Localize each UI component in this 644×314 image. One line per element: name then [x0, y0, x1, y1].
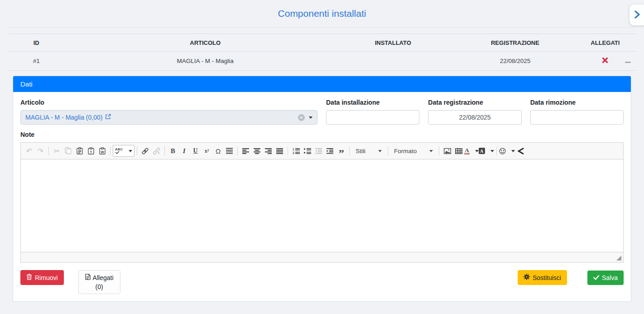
col-header-installato: INSTALLATO — [346, 34, 440, 52]
table-header-row: ID ARTICOLO INSTALLATO REGISTRAZIONE ALL… — [8, 34, 636, 52]
chevron-down-icon — [309, 116, 312, 119]
align-left-icon[interactable] — [240, 145, 251, 157]
row-registrazione: 22/08/2025 — [440, 52, 591, 71]
ordered-list-icon[interactable]: 12 — [290, 145, 302, 157]
components-table: ID ARTICOLO INSTALLATO REGISTRAZIONE ALL… — [8, 34, 636, 71]
chevron-down-icon — [490, 150, 494, 152]
data-registrazione-label: Data registrazione — [428, 99, 521, 106]
richtext-editor: ↶ ↷ ✂ T W — [20, 142, 624, 263]
editor-toolbar: ↶ ↷ ✂ T W — [21, 143, 623, 159]
italic-icon[interactable]: I — [178, 145, 190, 157]
smiley-icon[interactable] — [499, 145, 515, 157]
chevron-down-icon — [429, 150, 433, 152]
indent-icon[interactable] — [324, 145, 336, 157]
external-link-icon[interactable] — [105, 114, 111, 121]
unlink-icon[interactable] — [151, 145, 162, 157]
col-header-actions — [620, 34, 636, 52]
chevron-right-icon — [634, 10, 641, 20]
note-label: Note — [20, 131, 624, 138]
col-header-id: ID — [8, 34, 64, 52]
resize-handle[interactable] — [616, 256, 621, 261]
paste-word-icon[interactable]: W — [96, 145, 108, 157]
bold-icon[interactable]: B — [167, 145, 178, 157]
data-rimozione-input[interactable] — [530, 110, 624, 125]
link-icon[interactable] — [139, 145, 151, 157]
format-combo[interactable]: Formato — [390, 145, 437, 157]
clear-selection-icon[interactable]: ✕ — [298, 114, 305, 121]
share-icon[interactable] — [515, 145, 526, 157]
allegati-button[interactable]: Allegati (0) — [78, 270, 120, 294]
panel-header: Dati — [13, 76, 631, 92]
svg-text:1: 1 — [293, 148, 294, 151]
spellcheck-button[interactable]: ABC — [113, 145, 135, 157]
col-header-articolo: ARTICOLO — [64, 34, 346, 52]
data-installazione-label: Data installazione — [326, 99, 419, 106]
table-icon[interactable] — [453, 145, 464, 157]
outdent-icon[interactable] — [313, 145, 324, 157]
underline-icon[interactable]: U — [190, 145, 201, 157]
table-row[interactable]: #1 MAGLIA - M - Maglia 22/08/2025 — [8, 52, 636, 71]
line-spacing-icon[interactable] — [224, 145, 235, 157]
chevron-down-icon — [129, 150, 132, 152]
paste-icon[interactable] — [74, 145, 85, 157]
collapse-dash-icon[interactable] — [625, 62, 631, 63]
data-registrazione-input[interactable] — [428, 110, 521, 125]
allegati-count: (0) — [95, 283, 103, 290]
blockquote-icon[interactable]: ” — [336, 145, 347, 157]
image-icon[interactable] — [442, 145, 453, 157]
file-icon — [85, 274, 91, 281]
sidebar-toggle-button[interactable] — [630, 5, 644, 25]
undo-icon[interactable]: ↶ — [24, 145, 35, 157]
col-header-allegati: ALLEGATI — [590, 34, 620, 52]
row-articolo: MAGLIA - M - Maglia — [64, 52, 346, 71]
paste-text-icon[interactable]: T — [85, 145, 96, 157]
special-char-icon[interactable]: Ω — [212, 145, 224, 157]
check-icon — [593, 274, 599, 281]
page-title: Componenti installati — [278, 8, 366, 19]
dati-panel: Dati Articolo MAGLIA - M - Maglia (0,00)… — [13, 76, 631, 302]
align-center-icon[interactable] — [251, 145, 263, 157]
svg-text:W: W — [101, 150, 104, 154]
cut-icon[interactable]: ✂ — [51, 145, 62, 157]
svg-text:T: T — [90, 150, 92, 154]
text-color-icon[interactable]: A — [464, 145, 478, 157]
svg-text:2: 2 — [293, 151, 294, 155]
data-rimozione-label: Data rimozione — [530, 99, 624, 106]
articolo-select[interactable]: MAGLIA - M - Maglia (0,00) ✕ — [20, 110, 317, 125]
unordered-list-icon[interactable] — [302, 145, 313, 157]
superscript-icon[interactable]: x² — [201, 145, 212, 157]
styles-combo[interactable]: Stili — [352, 145, 385, 157]
header-divider — [8, 27, 636, 28]
page-header: Componenti installati — [0, 0, 644, 27]
bg-color-icon[interactable]: A — [479, 145, 494, 157]
trash-icon — [26, 274, 32, 281]
editor-statusbar — [21, 252, 623, 262]
sostituisci-button[interactable]: Sostituisci — [518, 270, 567, 285]
col-header-registrazione: REGISTRAZIONE — [440, 34, 591, 52]
data-installazione-input[interactable] — [326, 110, 419, 125]
gear-icon — [524, 274, 530, 281]
row-installato — [346, 52, 440, 71]
chevron-down-icon — [475, 150, 479, 152]
chevron-down-icon — [378, 150, 382, 152]
salva-button[interactable]: Salva — [587, 271, 624, 285]
allegati-missing-icon[interactable] — [602, 58, 608, 65]
articolo-value: MAGLIA - M - Maglia (0,00) — [25, 114, 102, 121]
align-right-icon[interactable] — [263, 145, 274, 157]
chevron-down-icon — [511, 150, 515, 152]
redo-icon[interactable]: ↷ — [35, 145, 46, 157]
justify-icon[interactable] — [274, 145, 285, 157]
articolo-label: Articolo — [20, 99, 317, 106]
note-textarea[interactable] — [21, 159, 623, 252]
rimuovi-button[interactable]: Rimuovi — [20, 270, 64, 285]
copy-icon[interactable] — [62, 145, 74, 157]
row-id: #1 — [8, 52, 64, 71]
